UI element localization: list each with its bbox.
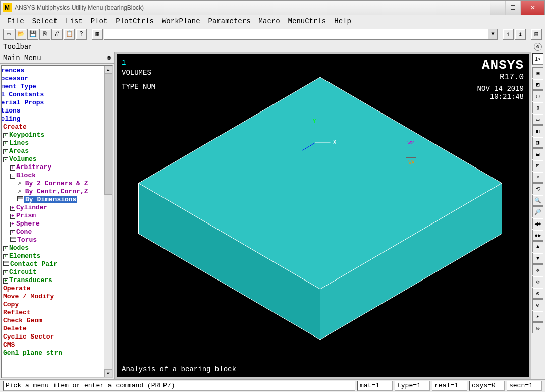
tree-item-by-dimensions[interactable]: By Dimensions xyxy=(1,196,104,204)
right-view-icon[interactable]: ▯ xyxy=(532,102,543,113)
zoom-back-icon[interactable]: ⟲ xyxy=(532,183,543,194)
tool4-icon[interactable]: ◎ xyxy=(532,322,543,333)
tree-item[interactable]: Contact Pair xyxy=(1,260,104,268)
scroll-up-icon[interactable]: ▲ xyxy=(104,66,112,74)
left-view-icon[interactable]: ◨ xyxy=(532,137,543,148)
tree-item[interactable]: +Areas xyxy=(1,147,104,155)
tree-item[interactable]: Delete xyxy=(1,325,104,333)
rotate-right-icon[interactable]: ●▶ xyxy=(532,230,543,241)
tree-item[interactable]: lement Type xyxy=(1,83,104,91)
right-toolbar: 1▾ ▣ ◩ ▢ ▯ ▭ ◧ ◨ ⬓ ⊡ ⌕ ⟲ 🔍 🔎 ◀● ●▶ ▲ ▼ ✥… xyxy=(531,52,545,379)
tree-item[interactable]: ↗ By Centr,Cornr,Z xyxy=(1,188,104,196)
reset-icon[interactable]: ↥ xyxy=(515,29,526,40)
tree-item[interactable]: +Prism xyxy=(1,212,104,220)
top-view-icon[interactable]: ▭ xyxy=(532,114,543,125)
minimize-button[interactable]: — xyxy=(490,1,505,15)
menu-parameters[interactable]: Parameters xyxy=(205,16,254,26)
zoom-in-icon[interactable]: 🔍 xyxy=(532,195,543,206)
tree-item[interactable]: +Transducers xyxy=(1,276,104,285)
tree-item[interactable]: aterial Props xyxy=(1,99,104,107)
tree-item[interactable]: Move / Modify xyxy=(1,293,104,301)
oblique-view-icon[interactable]: ◩ xyxy=(532,79,543,90)
tree-item[interactable]: +Arbitrary xyxy=(1,163,104,172)
dyn-rotate-icon[interactable]: ✥ xyxy=(532,264,543,275)
menu-plot[interactable]: Plot xyxy=(88,16,111,26)
status-prompt[interactable]: Pick a menu item or enter a command (PRE… xyxy=(3,381,355,391)
svg-text:Y: Y xyxy=(313,118,316,125)
menu-workplane[interactable]: WorkPlane xyxy=(159,16,203,26)
tree-item[interactable]: +Cone xyxy=(1,228,104,236)
raise-icon[interactable]: ⇑ xyxy=(503,29,514,40)
open-icon[interactable]: 📂 xyxy=(15,29,26,40)
command-combo[interactable]: ▼ xyxy=(104,29,498,40)
tool1-icon[interactable]: ⊗ xyxy=(532,288,543,299)
zoom-out-icon[interactable]: 🔎 xyxy=(532,206,543,217)
contact-icon[interactable]: ▤ xyxy=(531,29,542,40)
scroll-down-icon[interactable]: ▼ xyxy=(104,369,112,377)
maximize-button[interactable]: ☐ xyxy=(505,1,520,15)
tree-item[interactable]: Cyclic Sector xyxy=(1,333,104,341)
tree-item[interactable]: +Sphere xyxy=(1,220,104,228)
status-real: real=1 xyxy=(432,381,467,391)
tree-item[interactable]: odeling xyxy=(1,115,104,123)
tool2-icon[interactable]: ⊘ xyxy=(532,299,543,310)
report-icon[interactable]: 📋 xyxy=(64,29,75,40)
tree-item-block[interactable]: -Block xyxy=(1,172,104,180)
status-secn: secn=1 xyxy=(507,381,542,391)
tree-item[interactable]: eal Constants xyxy=(1,91,104,99)
scroll-thumb[interactable] xyxy=(104,74,112,195)
collapse-icon[interactable]: ⊚ xyxy=(534,43,542,51)
tree-item[interactable]: ↗ By 2 Corners & Z xyxy=(1,180,104,188)
tree-item[interactable]: +Cylinder xyxy=(1,204,104,212)
scrollbar[interactable]: ▲ ▼ xyxy=(104,66,112,377)
menu-list[interactable]: List xyxy=(63,16,86,26)
back-view-icon[interactable]: ◧ xyxy=(532,125,543,136)
collapse-icon[interactable]: ⊚ xyxy=(107,53,111,62)
menu-help[interactable]: Help xyxy=(331,16,354,26)
menu-macro[interactable]: Macro xyxy=(256,16,283,26)
save-icon[interactable]: 💾 xyxy=(27,29,38,40)
tree-item[interactable]: +Circuit xyxy=(1,268,104,276)
menu-file[interactable]: File xyxy=(4,16,27,26)
tree-item-create[interactable]: Create xyxy=(1,123,104,131)
tree-item[interactable]: +Keypoints xyxy=(1,131,104,139)
chevron-down-icon[interactable]: ▼ xyxy=(488,29,497,39)
status-csys: csys=0 xyxy=(469,381,505,391)
tree-item[interactable]: Check Geom xyxy=(1,317,104,325)
rate-icon[interactable]: ⚙ xyxy=(532,276,543,287)
command-input-value[interactable] xyxy=(104,29,488,39)
tree-item[interactable]: +Lines xyxy=(1,139,104,147)
tree-item[interactable]: ferences xyxy=(1,67,104,75)
tree-item[interactable]: Reflect xyxy=(1,309,104,317)
tree-item[interactable]: Copy xyxy=(1,301,104,309)
tree-item[interactable]: Operate xyxy=(1,285,104,293)
view-number-combo[interactable]: 1▾ xyxy=(532,53,543,65)
tool3-icon[interactable]: ✶ xyxy=(532,311,543,322)
grid-icon[interactable]: ▦ xyxy=(92,29,103,40)
tree-item[interactable]: processor xyxy=(1,75,104,83)
bottom-view-icon[interactable]: ⬓ xyxy=(532,148,543,159)
zoom-win-icon[interactable]: ⌕ xyxy=(532,172,543,183)
front-view-icon[interactable]: ▢ xyxy=(532,90,543,101)
tree-item[interactable]: +Nodes xyxy=(1,244,104,252)
menu-plotctrls[interactable]: PlotCtrls xyxy=(113,16,157,26)
iso-view-icon[interactable]: ▣ xyxy=(532,67,543,78)
menu-select[interactable]: Select xyxy=(29,16,61,26)
graphics-window[interactable]: 1 VOLUMES TYPE NUM ANSYS R17.0 NOV 14 20… xyxy=(115,52,531,379)
tree-item[interactable]: +Elements xyxy=(1,252,104,260)
rotate-down-icon[interactable]: ▼ xyxy=(532,253,543,264)
rotate-left-icon[interactable]: ◀● xyxy=(532,218,543,229)
tree-item[interactable]: CMS xyxy=(1,341,104,349)
help-icon[interactable]: ? xyxy=(76,29,87,40)
tree-item-volumes[interactable]: -Volumes xyxy=(1,155,104,163)
rotate-up-icon[interactable]: ▲ xyxy=(532,241,543,252)
print-icon[interactable]: 🖨 xyxy=(51,29,63,40)
fit-view-icon[interactable]: ⊡ xyxy=(532,160,543,171)
menu-menuctrls[interactable]: MenuCtrls xyxy=(285,16,330,26)
pan-icon[interactable]: ⎘ xyxy=(39,29,50,40)
tree-item[interactable]: Torus xyxy=(1,236,104,244)
close-button[interactable]: ✕ xyxy=(520,1,544,15)
new-icon[interactable]: ▭ xyxy=(3,29,14,40)
tree-item[interactable]: ections xyxy=(1,107,104,115)
tree-item[interactable]: Genl plane strn xyxy=(1,349,104,357)
